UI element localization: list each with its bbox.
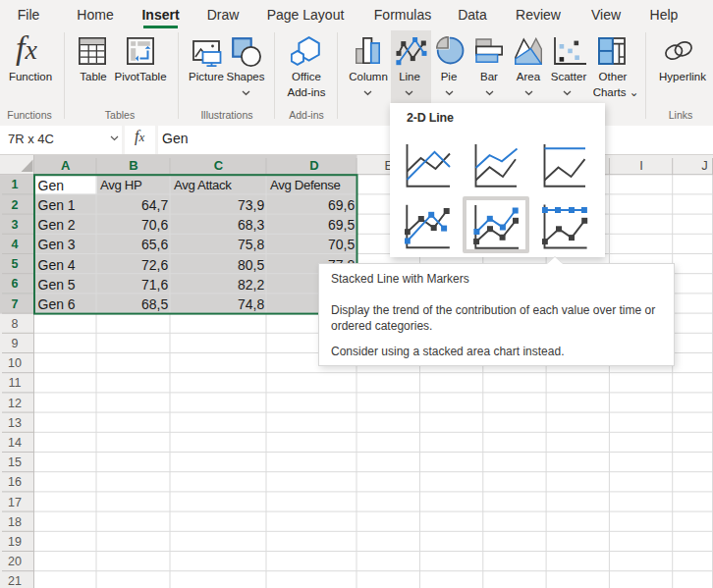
- svg-text:9: 9: [12, 337, 19, 350]
- svg-text:72,6: 72,6: [141, 257, 168, 273]
- svg-text:20: 20: [8, 555, 22, 568]
- svg-text:D: D: [309, 158, 318, 173]
- svg-text:75,8: 75,8: [238, 237, 264, 252]
- svg-text:14: 14: [8, 436, 22, 450]
- svg-text:12: 12: [8, 397, 22, 410]
- svg-text:64,7: 64,7: [141, 197, 168, 213]
- svg-text:16: 16: [8, 475, 22, 489]
- svg-text:J: J: [701, 158, 708, 173]
- svg-text:C: C: [214, 158, 224, 173]
- svg-text:71,6: 71,6: [141, 277, 168, 293]
- svg-text:A: A: [61, 158, 71, 173]
- svg-text:Gen 6: Gen 6: [38, 296, 76, 312]
- svg-text:11: 11: [9, 376, 22, 390]
- svg-text:69,6: 69,6: [328, 197, 355, 213]
- svg-text:B: B: [129, 158, 137, 173]
- svg-text:65,6: 65,6: [141, 237, 168, 252]
- svg-text:21: 21: [8, 574, 22, 588]
- svg-text:Gen 3: Gen 3: [38, 237, 76, 252]
- svg-text:15: 15: [8, 455, 22, 469]
- svg-text:8: 8: [12, 317, 19, 331]
- svg-text:Gen 2: Gen 2: [38, 217, 76, 233]
- svg-text:1: 1: [12, 178, 19, 191]
- svg-text:69,5: 69,5: [328, 217, 355, 233]
- svg-text:19: 19: [8, 535, 22, 549]
- svg-text:18: 18: [8, 515, 22, 529]
- svg-text:Avg HP: Avg HP: [100, 178, 142, 192]
- svg-text:74,8: 74,8: [238, 296, 264, 312]
- svg-text:Avg Attack: Avg Attack: [174, 178, 232, 192]
- svg-text:70,5: 70,5: [328, 237, 355, 252]
- svg-text:Gen 5: Gen 5: [38, 277, 76, 293]
- svg-text:70,6: 70,6: [141, 217, 168, 233]
- svg-text:5: 5: [12, 257, 19, 271]
- svg-text:17: 17: [8, 496, 22, 509]
- svg-text:80,5: 80,5: [238, 257, 264, 273]
- svg-text:I: I: [639, 158, 643, 173]
- svg-text:3: 3: [12, 218, 19, 232]
- svg-text:2: 2: [12, 198, 19, 212]
- svg-text:73,9: 73,9: [238, 197, 264, 213]
- svg-text:Gen 1: Gen 1: [38, 197, 76, 213]
- svg-text:68,3: 68,3: [238, 217, 264, 233]
- svg-text:Gen: Gen: [38, 178, 64, 193]
- svg-text:4: 4: [12, 238, 19, 251]
- svg-text:Avg Defense: Avg Defense: [270, 178, 340, 192]
- svg-text:10: 10: [8, 356, 22, 370]
- svg-text:6: 6: [12, 277, 19, 291]
- svg-text:7: 7: [12, 297, 19, 311]
- svg-text:82,2: 82,2: [238, 277, 264, 293]
- svg-text:Gen 4: Gen 4: [38, 257, 76, 273]
- svg-text:13: 13: [8, 416, 22, 430]
- svg-text:68,5: 68,5: [141, 296, 168, 312]
